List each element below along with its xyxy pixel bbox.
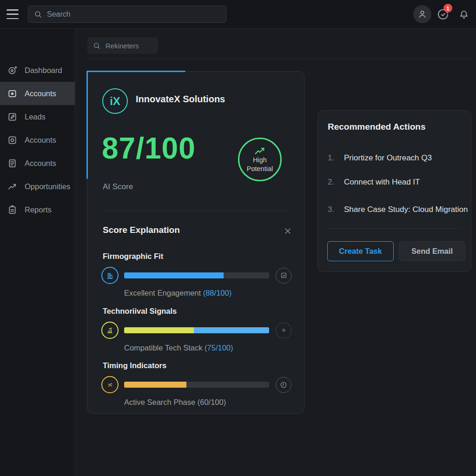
ai-score-value: 87/100 [102, 131, 196, 165]
send-email-button[interactable]: Send Email [399, 241, 465, 261]
card-accent-top [86, 71, 185, 72]
create-task-button[interactable]: Create Task [327, 241, 394, 261]
badge-line-1: High [253, 156, 267, 164]
progress-bar [124, 382, 269, 388]
clipboard-icon [7, 205, 18, 215]
progress-fill [124, 327, 194, 333]
sidebar-item-dashboard[interactable]: Dashboard [0, 59, 75, 82]
notifications-button[interactable] [457, 7, 471, 21]
user-avatar[interactable] [413, 5, 431, 23]
progress-bar [124, 327, 269, 333]
app-window: 1 Dashboard Accounts Leads Accounts Acco… [0, 0, 476, 476]
score-explanation-title: Score Explanation [103, 225, 180, 235]
progress-bar [124, 272, 269, 278]
close-icon[interactable] [283, 226, 292, 236]
sidebar-item-label: Accounts [25, 159, 56, 168]
recommended-actions-card: Recommended Actions 1. Priortize for Out… [317, 110, 471, 272]
user-icon [417, 9, 428, 20]
action-number: 3. [328, 205, 337, 214]
account-score-card: iX InnovateX Solutions 87/100 AI Score H… [87, 71, 304, 414]
metric-title: Firmographic Fit [103, 252, 304, 261]
gauge-icon [7, 65, 18, 76]
action-item[interactable]: 3. Share Case Study: Cloud Migration [328, 205, 468, 214]
chart-detail-button[interactable] [276, 268, 291, 284]
metric-score: (88/100) [203, 289, 231, 297]
company-name: InnovateX Solutions [136, 94, 225, 105]
search-input[interactable] [47, 10, 220, 19]
metric-score: (60/100) [198, 398, 226, 406]
document-icon [7, 158, 18, 169]
filter-input[interactable] [106, 42, 152, 50]
metric-caption: Excellent Engagement (88/100) [124, 289, 304, 298]
menu-icon[interactable] [7, 9, 19, 19]
section-divider [103, 211, 290, 211]
ai-score-label: AI Score [103, 182, 133, 192]
actions-divider [328, 228, 463, 229]
building-icon [101, 267, 119, 284]
company-logo: iX [102, 88, 128, 114]
content-divider [86, 59, 471, 59]
search-icon [93, 42, 101, 50]
bell-icon [457, 7, 470, 20]
line-chart-icon [280, 271, 288, 279]
action-number: 2. [328, 178, 337, 187]
clock-detail-button[interactable] [276, 377, 291, 393]
action-text: Connect with Head IT [344, 178, 420, 187]
metric-caption: Active Search Phase (60/100) [124, 398, 304, 407]
metric-title: Technoriival Signals [103, 307, 304, 316]
sidebar-item-label: Leads [25, 112, 46, 121]
action-text: Priortize for Outreach Q3 [344, 153, 432, 163]
sidebar-item-label: Opportunities [25, 182, 70, 191]
progress-fill-2 [194, 327, 269, 333]
edit-square-icon [7, 112, 18, 122]
metric-description: Active Search Phase [124, 398, 195, 406]
metric-technographic-signals: Technoriival Signals Compatible Tech Sta… [87, 307, 304, 352]
sidebar-item-label: Accounts [25, 136, 56, 145]
metric-description: Excellent Engagement [124, 289, 201, 297]
metric-caption: Compatible Tech Stack (75/100) [124, 344, 304, 352]
high-potential-badge: High Potential [238, 138, 282, 181]
action-item[interactable]: 2. Connect with Head IT [328, 178, 420, 187]
metric-timing-indicators: Timing Indicators Active Search Phase [87, 361, 304, 407]
sidebar-item-leads[interactable]: Leads [0, 105, 75, 128]
notification-count-badge: 1 [443, 4, 452, 13]
action-item[interactable]: 1. Priortize for Outreach Q3 [328, 153, 432, 163]
top-bar: 1 [0, 0, 476, 29]
sidebar-item-label: Accounts [25, 89, 56, 98]
metric-description: Compatible Tech Stack [124, 344, 202, 352]
scan-icon [280, 327, 287, 334]
sidebar-item-accounts-3[interactable]: Accounts [0, 152, 75, 175]
action-text: Share Case Study: Cloud Migration [344, 205, 468, 214]
search-icon [34, 10, 42, 19]
badge-line-2: Potential [247, 165, 273, 173]
trending-up-icon [7, 181, 18, 192]
trend-up-icon [254, 146, 266, 155]
metric-firmographic-fit: Firmographic Fit Excellent Engagement [87, 252, 304, 298]
recommended-actions-title: Recommended Actions [328, 122, 425, 132]
progress-fill [124, 382, 186, 388]
bar-chart-icon [101, 322, 119, 339]
sidebar-item-reports[interactable]: Reports [0, 198, 75, 221]
progress-fill [124, 272, 224, 278]
action-number: 1. [328, 153, 337, 163]
metric-title: Timing Indicators [103, 361, 304, 370]
clock-icon [279, 381, 288, 389]
sidebar-item-accounts[interactable]: Accounts [0, 82, 75, 105]
timing-icon [101, 376, 119, 393]
filter-search [87, 37, 158, 54]
sidebar-item-label: Reports [25, 205, 52, 214]
scan-detail-button[interactable] [276, 323, 291, 338]
metric-score: (75/100) [205, 344, 233, 352]
sidebar-item-accounts-2[interactable]: Accounts [0, 128, 75, 152]
sidebar-item-label: Dashboard [25, 66, 62, 75]
global-search [28, 6, 226, 23]
card-accent-left [86, 71, 88, 179]
sidebar: Dashboard Accounts Leads Accounts Accoun… [0, 29, 75, 476]
sidebar-item-opportunities[interactable]: Opportunities [0, 175, 75, 198]
target-square-icon [7, 135, 18, 145]
main-content: iX InnovateX Solutions 87/100 AI Score H… [76, 29, 476, 476]
account-box-icon [7, 88, 18, 99]
